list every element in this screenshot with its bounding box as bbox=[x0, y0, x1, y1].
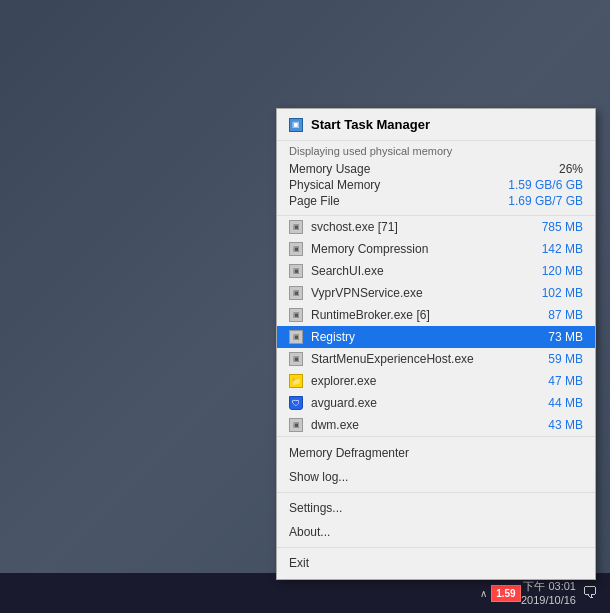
memory-usage-value: 26% bbox=[559, 162, 583, 176]
process-name: explorer.exe bbox=[311, 374, 515, 388]
menu-header-title: Start Task Manager bbox=[311, 117, 430, 132]
start-task-manager-button[interactable]: ▣ Start Task Manager bbox=[277, 109, 595, 141]
process-icon: ▣ bbox=[289, 220, 303, 234]
process-icon: ▣ bbox=[289, 330, 303, 344]
process-icon: ▣ bbox=[289, 286, 303, 300]
process-name: svchost.exe [71] bbox=[311, 220, 515, 234]
task-manager-icon: ▣ bbox=[289, 118, 303, 132]
process-size: 73 MB bbox=[523, 330, 583, 344]
process-item[interactable]: ▣StartMenuExperienceHost.exe59 MB bbox=[277, 348, 595, 370]
tray-area: ∧ 1.59 bbox=[480, 585, 521, 602]
memory-usage-label: Memory Usage bbox=[289, 162, 370, 176]
menu-action-item[interactable]: Show log... bbox=[277, 465, 595, 489]
page-file-value: 1.69 GB/7 GB bbox=[508, 194, 583, 208]
process-size: 59 MB bbox=[523, 352, 583, 366]
process-name: SearchUI.exe bbox=[311, 264, 515, 278]
process-item[interactable]: 📁explorer.exe47 MB bbox=[277, 370, 595, 392]
process-name: Memory Compression bbox=[311, 242, 515, 256]
context-menu: ▣ Start Task Manager Displaying used phy… bbox=[276, 108, 596, 580]
process-item[interactable]: ▣svchost.exe [71]785 MB bbox=[277, 216, 595, 238]
notification-icon[interactable]: 🗨 bbox=[582, 584, 598, 602]
process-item[interactable]: ▣Memory Compression142 MB bbox=[277, 238, 595, 260]
process-item[interactable]: ▣SearchUI.exe120 MB bbox=[277, 260, 595, 282]
process-item[interactable]: ▣dwm.exe43 MB bbox=[277, 414, 595, 436]
process-item[interactable]: ▣VyprVPNService.exe102 MB bbox=[277, 282, 595, 304]
clock-date: 2019/10/16 bbox=[521, 593, 576, 607]
process-icon: 📁 bbox=[289, 374, 303, 388]
process-name: dwm.exe bbox=[311, 418, 515, 432]
page-file-row: Page File 1.69 GB/7 GB bbox=[289, 193, 583, 209]
menu-action-item[interactable]: Memory Defragmenter bbox=[277, 441, 595, 465]
taskbar-clock: 下午 03:01 2019/10/16 bbox=[521, 579, 576, 608]
memory-usage-row: Memory Usage 26% bbox=[289, 161, 583, 177]
menu-divider bbox=[277, 492, 595, 493]
process-name: StartMenuExperienceHost.exe bbox=[311, 352, 515, 366]
menu-divider bbox=[277, 547, 595, 548]
memory-tray-badge[interactable]: 1.59 bbox=[491, 585, 521, 602]
info-note: Displaying used physical memory bbox=[289, 145, 583, 157]
process-item[interactable]: 🛡avguard.exe44 MB bbox=[277, 392, 595, 414]
process-name: RuntimeBroker.exe [6] bbox=[311, 308, 515, 322]
process-icon: ▣ bbox=[289, 352, 303, 366]
process-icon: ▣ bbox=[289, 264, 303, 278]
process-icon: ▣ bbox=[289, 242, 303, 256]
menu-action-item[interactable]: About... bbox=[277, 520, 595, 544]
process-name: Registry bbox=[311, 330, 515, 344]
process-icon: 🛡 bbox=[289, 396, 303, 410]
process-size: 87 MB bbox=[523, 308, 583, 322]
process-icon: ▣ bbox=[289, 418, 303, 432]
process-size: 142 MB bbox=[523, 242, 583, 256]
menu-action-item[interactable]: Exit bbox=[277, 551, 595, 575]
physical-memory-row: Physical Memory 1.59 GB/6 GB bbox=[289, 177, 583, 193]
clock-time: 下午 03:01 bbox=[521, 579, 576, 593]
process-size: 785 MB bbox=[523, 220, 583, 234]
tray-expand-icon[interactable]: ∧ bbox=[480, 588, 487, 599]
physical-memory-value: 1.59 GB/6 GB bbox=[508, 178, 583, 192]
process-icon: ▣ bbox=[289, 308, 303, 322]
process-name: VyprVPNService.exe bbox=[311, 286, 515, 300]
desktop: ▣ Start Task Manager Displaying used phy… bbox=[0, 0, 610, 613]
page-file-label: Page File bbox=[289, 194, 340, 208]
process-list: ▣svchost.exe [71]785 MB▣Memory Compressi… bbox=[277, 216, 595, 437]
memory-info-section: Displaying used physical memory Memory U… bbox=[277, 141, 595, 216]
process-size: 102 MB bbox=[523, 286, 583, 300]
process-size: 44 MB bbox=[523, 396, 583, 410]
menu-actions: Memory DefragmenterShow log...Settings..… bbox=[277, 437, 595, 579]
process-name: avguard.exe bbox=[311, 396, 515, 410]
process-size: 43 MB bbox=[523, 418, 583, 432]
process-size: 47 MB bbox=[523, 374, 583, 388]
physical-memory-label: Physical Memory bbox=[289, 178, 380, 192]
menu-action-item[interactable]: Settings... bbox=[277, 496, 595, 520]
process-item[interactable]: ▣RuntimeBroker.exe [6]87 MB bbox=[277, 304, 595, 326]
process-item[interactable]: ▣Registry73 MB bbox=[277, 326, 595, 348]
process-size: 120 MB bbox=[523, 264, 583, 278]
